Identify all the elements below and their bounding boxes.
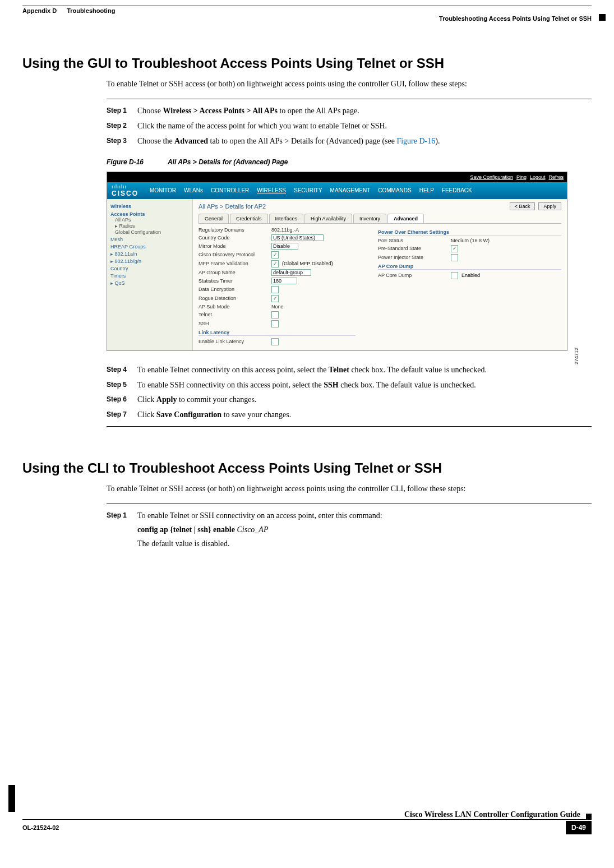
step-row: Step 6 Click Apply to commit your change… [107,395,592,405]
step-body: To enable Telnet connectivity on this ac… [137,365,592,376]
tab-credentials[interactable]: Credentials [230,214,268,223]
check-rogue-detection[interactable]: ✓ [271,295,279,302]
tab-advanced[interactable]: Advanced [387,214,424,223]
back-button[interactable]: < Back [510,202,535,210]
menu-wlans[interactable]: WLANs [184,187,203,193]
steps-top-rule [107,99,592,99]
step-body: To enable Telnet or SSH connectivity on … [137,511,592,550]
lbl-rogue-detection: Rogue Detection [198,296,271,301]
figure-caption: Figure D-16 All APs > Details for (Advan… [107,158,592,166]
side-marker [8,785,15,812]
select-ap-group[interactable]: default-group [271,269,311,276]
input-stats-timer[interactable]: 180 [271,278,297,284]
step-row: Step 7 Click Save Configuration to save … [107,410,592,421]
fig-form-col2: Power Over Ethernet Settings PoE StatusM… [356,227,561,347]
appendix-label: Appendix D [22,7,57,14]
cisco-logo: ıılıılıı CISCO [112,184,150,197]
cli-command-bold: config ap {telnet | ssh} enable [137,525,237,534]
lbl-core-dump: AP Core Dump [378,273,451,278]
menu-help[interactable]: HELP [419,187,434,193]
lbl-link-latency: Enable Link Latency [198,339,271,344]
save-config-link[interactable]: Save Configuration [470,174,513,180]
lbl-prestandard: Pre-Standard State [378,246,451,251]
section-core-dump: AP Core Dump [378,264,561,270]
lbl-ap-sub-mode: AP Sub Mode [198,304,271,310]
steps-group-1: Step 1 Choose Wireless > Access Points >… [107,106,592,147]
menu-wireless[interactable]: WIRELESS [257,187,286,193]
footer-guide-title: Cisco Wireless LAN Controller Configurat… [404,810,580,819]
step-label: Step 3 [107,136,137,147]
sidebar-link-hreap[interactable]: HREAP Groups [110,244,189,250]
val-poe-status: Medium (16.8 W) [451,238,490,243]
check-link-latency[interactable] [271,338,279,345]
cli-command-italic: Cisco_AP [237,525,268,534]
sidebar-item-global-config[interactable]: Global Configuration [115,229,189,235]
section2-title: Using the CLI to Troubleshoot Access Poi… [22,460,592,476]
page-header: Appendix D Troubleshooting [22,6,592,14]
sidebar-link-timers[interactable]: Timers [110,273,189,279]
fig-form-col1: Regulatory Domains802.11bg:-A Country Co… [198,227,356,347]
lbl-ap-group: AP Group Name [198,270,271,275]
check-core-dump[interactable] [451,272,458,279]
check-telnet[interactable] [271,311,279,318]
sidebar-item-all-aps[interactable]: All APs [115,217,189,223]
check-ssh[interactable] [271,320,279,327]
sidebar-link-80211bgn[interactable]: ▸ 802.11b/g/n [110,258,189,264]
footer-doc-id: OL-21524-02 [22,824,59,831]
check-cdp[interactable]: ✓ [271,251,279,258]
refresh-link[interactable]: Refres [548,174,564,180]
steps2-top-rule [107,504,592,504]
step-label: Step 2 [107,121,137,132]
figure-link[interactable]: Figure D-16 [396,137,435,145]
sidebar-link-mesh[interactable]: Mesh [110,237,189,242]
step-label: Step 6 [107,395,137,405]
check-data-encryption[interactable] [271,286,279,293]
tab-inventory[interactable]: Inventory [353,214,386,223]
lbl-mirror-mode: Mirror Mode [198,243,271,249]
logout-link[interactable]: Logout [530,174,546,180]
step-row: Step 2 Click the name of the access poin… [107,121,592,132]
sidebar-link-80211an[interactable]: ▸ 802.11a/n [110,251,189,257]
step-body: Click Apply to commit your changes. [137,395,592,405]
menu-management[interactable]: MANAGEMENT [330,187,371,193]
tab-interfaces[interactable]: Interfaces [269,214,304,223]
step-body: Choose the Advanced tab to open the All … [137,136,592,147]
lbl-country-code: Country Code [198,235,271,241]
menu-feedback[interactable]: FEEDBACK [442,187,472,193]
check-prestandard[interactable]: ✓ [451,245,458,252]
sidebar-link-qos[interactable]: ▸ QoS [110,280,189,286]
figure-title: All APs > Details for (Advanced) Page [168,158,288,166]
menu-commands[interactable]: COMMANDS [378,187,411,193]
sidebar-h-access-points[interactable]: Access Points [110,211,189,217]
section-poe: Power Over Ethernet Settings [378,229,561,236]
menu-monitor[interactable]: MONITOR [150,187,176,193]
breadcrumb: All APs > Details for AP2 [198,203,266,210]
figure-image-number: 274712 [574,348,579,364]
check-power-injector[interactable] [451,254,458,261]
sidebar-item-radios[interactable]: ▸ Radios [115,223,189,229]
step-label: Step 4 [107,365,137,376]
select-mirror-mode[interactable]: Disable [271,243,298,250]
lbl-mfp: MFP Frame Validation [198,261,271,266]
cli-note: The default value is disabled. [137,539,592,550]
chapter-title: Troubleshooting [67,7,115,14]
select-country-code[interactable]: US (United States) [271,234,324,241]
tab-general[interactable]: General [198,214,229,223]
page-footer: Cisco Wireless LAN Controller Configurat… [22,810,592,835]
apply-button[interactable]: Apply [538,202,561,210]
step-label: Step 7 [107,410,137,421]
figure-screenshot: 274712 Save Configuration Ping Logout Re… [107,172,567,351]
val-ap-sub-mode: None [271,304,284,310]
sidebar-link-country[interactable]: Country [110,266,189,271]
steps-group-2: Step 4 To enable Telnet connectivity on … [107,365,592,421]
menu-controller[interactable]: CONTROLLER [211,187,249,193]
ping-link[interactable]: Ping [516,174,527,180]
steps-group-cli: Step 1 To enable Telnet or SSH connectiv… [107,511,592,550]
figure-label: Figure D-16 [107,158,144,166]
fig-main: All APs > Details for AP2 < Back Apply G… [193,199,567,350]
menu-security[interactable]: SECURITY [294,187,322,193]
check-mfp[interactable]: ✓ [271,260,279,267]
section-link-latency: Link Latency [198,330,356,336]
steps-bottom-rule [107,426,592,427]
tab-high-availability[interactable]: High Availability [304,214,352,223]
